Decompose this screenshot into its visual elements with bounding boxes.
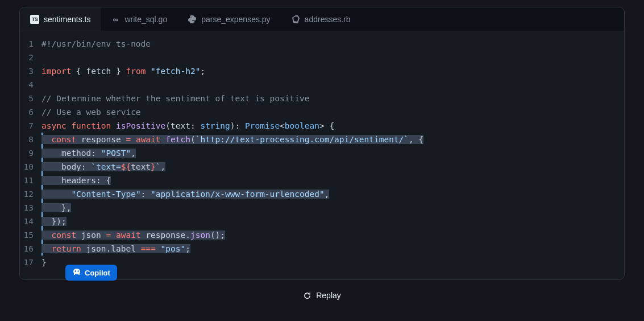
code-editor-window: TSsentiments.ts∞write_sql.goparse_expens… — [19, 7, 625, 280]
code-line: 16 return json.label === "pos"; — [20, 242, 624, 256]
go-icon: ∞ — [111, 15, 120, 24]
tab-label: addresses.rb — [305, 15, 351, 24]
code-content[interactable] — [41, 51, 624, 64]
line-number: 2 — [20, 51, 41, 64]
line-number: 10 — [20, 160, 41, 174]
code-content[interactable]: // Determine whether the sentiment of te… — [41, 92, 624, 105]
code-line: 3import { fetch } from "fetch-h2"; — [20, 64, 624, 78]
code-content[interactable]: body: `text=${text}`, — [41, 160, 624, 174]
python-icon — [188, 15, 197, 24]
tab-addresses-rb[interactable]: addresses.rb — [281, 7, 361, 31]
tab-label: sentiments.ts — [44, 15, 90, 24]
line-number: 11 — [20, 174, 41, 187]
code-line: 11 headers: { — [20, 174, 624, 187]
line-number: 5 — [20, 92, 41, 105]
code-line: 9 method: "POST", — [20, 146, 624, 160]
copilot-badge[interactable]: Copilot — [65, 265, 117, 281]
line-number: 12 — [20, 187, 41, 201]
line-number: 3 — [20, 64, 41, 78]
code-content[interactable]: headers: { — [41, 174, 624, 187]
copilot-icon — [72, 268, 81, 277]
tab-label: parse_expenses.py — [201, 15, 270, 24]
code-content[interactable]: } — [41, 256, 624, 269]
code-line: 2 — [20, 51, 624, 64]
code-content[interactable]: // Use a web service — [41, 105, 624, 119]
line-number: 17 — [20, 256, 41, 269]
code-line: 4 — [20, 78, 624, 92]
typescript-icon: TS — [30, 15, 39, 24]
line-number: 1 — [20, 37, 41, 51]
code-content[interactable]: async function isPositive(text: string):… — [41, 119, 624, 133]
code-line: 1#!/usr/bin/env ts-node — [20, 37, 624, 51]
code-line: 13 }, — [20, 201, 624, 215]
tabs-bar: TSsentiments.ts∞write_sql.goparse_expens… — [20, 7, 624, 31]
line-number: 6 — [20, 105, 41, 119]
code-line: 5// Determine whether the sentiment of t… — [20, 92, 624, 105]
tab-write_sql-go[interactable]: ∞write_sql.go — [101, 7, 177, 31]
code-line: 7async function isPositive(text: string)… — [20, 119, 624, 133]
code-content[interactable]: method: "POST", — [41, 146, 624, 160]
line-number: 15 — [20, 228, 41, 242]
tab-sentiments-ts[interactable]: TSsentiments.ts — [20, 7, 101, 31]
code-content[interactable]: return json.label === "pos"; — [41, 242, 624, 256]
code-content[interactable]: }, — [41, 201, 624, 215]
replay-button[interactable]: Replay — [20, 281, 624, 304]
line-number: 8 — [20, 133, 41, 146]
line-number: 7 — [20, 119, 41, 133]
line-number: 13 — [20, 201, 41, 215]
line-number: 16 — [20, 242, 41, 256]
copilot-label: Copilot — [85, 269, 110, 277]
code-content[interactable]: const json = await response.json(); — [41, 228, 624, 242]
code-area[interactable]: 1#!/usr/bin/env ts-node23import { fetch … — [20, 31, 624, 279]
tab-parse_expenses-py[interactable]: parse_expenses.py — [177, 7, 280, 31]
code-content[interactable]: const response = await fetch(`http://tex… — [41, 133, 624, 146]
replay-icon — [303, 291, 311, 300]
code-line: 14 }); — [20, 215, 624, 228]
tab-label: write_sql.go — [124, 15, 167, 24]
code-line: 8 const response = await fetch(`http://t… — [20, 133, 624, 146]
code-content[interactable] — [41, 78, 624, 92]
code-line: 6// Use a web service — [20, 105, 624, 119]
code-content[interactable]: "Content-Type": "application/x-www-form-… — [41, 187, 624, 201]
code-line: 10 body: `text=${text}`, — [20, 160, 624, 174]
code-content[interactable]: }); — [41, 215, 624, 228]
code-content[interactable]: import { fetch } from "fetch-h2"; — [41, 64, 624, 78]
line-number: 4 — [20, 78, 41, 92]
code-content[interactable]: #!/usr/bin/env ts-node — [41, 37, 624, 51]
line-number: 9 — [20, 146, 41, 160]
code-line: 12 "Content-Type": "application/x-www-fo… — [20, 187, 624, 201]
line-number: 14 — [20, 215, 41, 228]
ruby-icon — [291, 15, 300, 24]
code-line: 15 const json = await response.json(); — [20, 228, 624, 242]
replay-label: Replay — [316, 291, 341, 300]
